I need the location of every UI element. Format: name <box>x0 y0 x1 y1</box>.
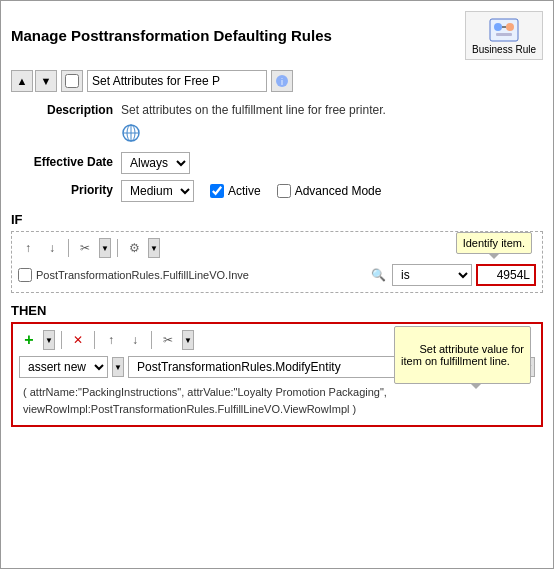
top-toolbar: ▲ ▼ i <box>11 70 543 92</box>
rule-name-input[interactable] <box>87 70 267 92</box>
svg-rect-0 <box>490 19 518 41</box>
svg-text:i: i <box>281 77 283 87</box>
if-section: Identify item. ↑ ↓ ✂ ▼ ⚙ ▼ PostTransform… <box>11 231 543 293</box>
then-scissors-dropdown[interactable]: ▼ <box>182 330 194 350</box>
nav-icons: ▲ ▼ <box>11 70 57 92</box>
description-value: Set attributes on the fulfillment line f… <box>121 100 543 117</box>
advanced-mode-checkbox[interactable] <box>277 184 291 198</box>
priority-row: Priority Medium Active Advanced Mode <box>11 180 543 202</box>
then-scissors-button[interactable]: ✂ <box>158 330 178 350</box>
svg-rect-4 <box>496 33 512 36</box>
condition-checkbox[interactable] <box>18 268 32 282</box>
main-checkbox[interactable] <box>65 74 79 88</box>
business-rule-icon <box>488 16 520 44</box>
then-add-dropdown[interactable]: ▼ <box>43 330 55 350</box>
nav-down-button[interactable]: ▼ <box>35 70 57 92</box>
description-label: Description <box>11 100 121 117</box>
if-up-button[interactable]: ↑ <box>18 238 38 258</box>
advanced-mode-checkbox-item: Advanced Mode <box>277 184 382 198</box>
active-checkbox-item: Active <box>210 184 261 198</box>
title-bar: Manage Posttransformation Defaulting Rul… <box>11 11 543 60</box>
svg-point-2 <box>506 23 514 31</box>
rule-icon-button[interactable]: i <box>271 70 293 92</box>
toolbar-separator-1 <box>68 239 69 257</box>
business-rule-button[interactable]: Business Rule <box>465 11 543 60</box>
checkbox-button[interactable] <box>61 70 83 92</box>
condition-value-input[interactable] <box>476 264 536 286</box>
effective-date-select[interactable]: Always <box>121 152 190 174</box>
if-scissors-dropdown[interactable]: ▼ <box>99 238 111 258</box>
svg-point-1 <box>494 23 502 31</box>
then-separator-3 <box>151 331 152 349</box>
then-down-button[interactable]: ↓ <box>125 330 145 350</box>
advanced-mode-label: Advanced Mode <box>295 184 382 198</box>
nav-up-button[interactable]: ▲ <box>11 70 33 92</box>
if-scissors-button[interactable]: ✂ <box>75 238 95 258</box>
then-section: Set attribute value for item on fulfillm… <box>11 322 543 427</box>
active-checkbox[interactable] <box>210 184 224 198</box>
priority-controls: Medium Active Advanced Mode <box>121 180 381 202</box>
then-separator-1 <box>61 331 62 349</box>
condition-search-button[interactable]: 🔍 <box>368 265 388 285</box>
page-title: Manage Posttransformation Defaulting Rul… <box>11 27 332 44</box>
effective-date-row: Effective Date Always <box>11 152 543 174</box>
condition-operator-select[interactable]: is <box>392 264 472 286</box>
toolbar-separator-2 <box>117 239 118 257</box>
priority-label: Priority <box>11 180 121 197</box>
condition-field: PostTransformationRules.FulfillLineVO.In… <box>36 269 364 281</box>
then-separator-2 <box>94 331 95 349</box>
then-up-button[interactable]: ↑ <box>101 330 121 350</box>
then-add-button[interactable]: + <box>19 330 39 350</box>
effective-date-label: Effective Date <box>11 152 121 169</box>
if-gear-button[interactable]: ⚙ <box>124 238 144 258</box>
code-block: ( attrName:"PackingInstructions", attrVa… <box>19 382 535 419</box>
priority-select[interactable]: Medium <box>121 180 194 202</box>
assert-select[interactable]: assert new <box>19 356 108 378</box>
then-delete-button[interactable]: ✕ <box>68 330 88 350</box>
business-rule-label: Business Rule <box>472 44 536 55</box>
set-attribute-callout: Set attribute value for item on fulfillm… <box>394 326 531 384</box>
identify-callout: Identify item. <box>456 232 532 254</box>
condition-row: PostTransformationRules.FulfillLineVO.In… <box>18 264 536 286</box>
if-gear-dropdown[interactable]: ▼ <box>148 238 160 258</box>
if-down-button[interactable]: ↓ <box>42 238 62 258</box>
main-window: Manage Posttransformation Defaulting Rul… <box>0 0 554 569</box>
globe-translate[interactable] <box>121 123 543 146</box>
assert-dropdown[interactable]: ▼ <box>112 357 124 377</box>
active-label: Active <box>228 184 261 198</box>
description-row: Description Set attributes on the fulfil… <box>11 100 543 117</box>
if-section-header: IF <box>11 212 543 227</box>
then-section-header: THEN <box>11 303 543 318</box>
